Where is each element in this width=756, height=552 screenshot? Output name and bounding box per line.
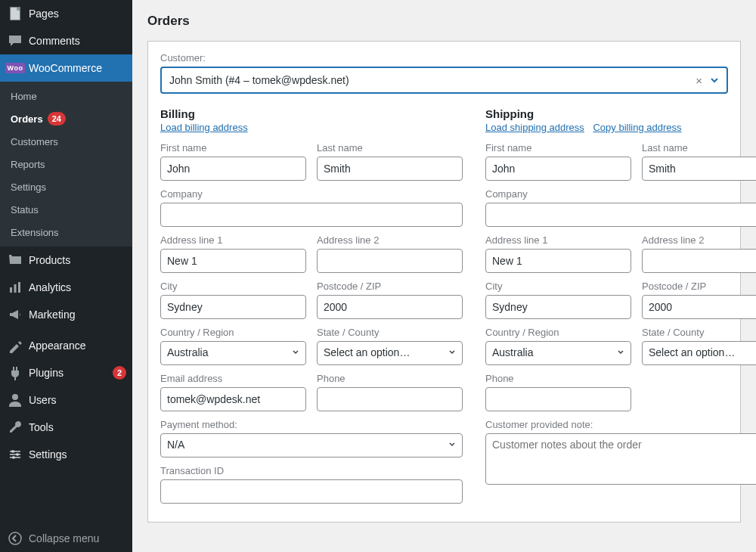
shipping-company-label: Company — [485, 188, 756, 200]
shipping-address1-input[interactable] — [485, 249, 631, 273]
customer-note-label: Customer provided note: — [485, 419, 756, 430]
shipping-first-name-input[interactable] — [485, 157, 631, 181]
sidebar-item-label: Appearance — [29, 340, 126, 352]
customer-label: Customer: — [160, 52, 728, 64]
sidebar-subitem-reports[interactable]: Reports — [0, 153, 132, 175]
address-columns: Billing Load billing address First name … — [160, 107, 728, 511]
shipping-country-label: Country / Region — [485, 327, 631, 338]
main-area: Orders Customer: John Smith (#4 – tomek@… — [132, 0, 756, 552]
svg-point-11 — [12, 456, 15, 459]
billing-first-name-input[interactable] — [160, 157, 306, 181]
plugins-icon — [8, 365, 23, 380]
shipping-address1-label: Address line 1 — [485, 234, 631, 246]
shipping-heading: Shipping — [485, 107, 756, 120]
sidebar-item-wpsettings[interactable]: Settings — [0, 441, 132, 468]
shipping-city-input[interactable] — [485, 295, 631, 319]
page-title: Orders — [147, 14, 741, 29]
sidebar-subitem-customers[interactable]: Customers — [0, 130, 132, 153]
customer-clear-icon[interactable]: × — [691, 74, 707, 87]
sidebar-subitem-extensions[interactable]: Extensions — [0, 221, 132, 243]
shipping-address2-label: Address line 2 — [642, 234, 756, 246]
billing-country-label: Country / Region — [160, 327, 306, 338]
sidebar-item-label: WooCommerce — [29, 62, 126, 74]
shipping-state-select[interactable]: Select an option… — [642, 341, 756, 365]
sidebar-item-marketing[interactable]: Marketing — [0, 301, 132, 328]
sidebar-item-woocommerce[interactable]: WooWooCommerce — [0, 54, 132, 82]
admin-sidebar: PagesCommentsWooWooCommerceHomeOrders24C… — [0, 0, 132, 552]
billing-country-select[interactable]: Australia — [160, 341, 306, 365]
sidebar-subitem-status[interactable]: Status — [0, 198, 132, 221]
billing-address2-label: Address line 2 — [317, 234, 463, 246]
sidebar-item-label: Users — [29, 394, 126, 406]
sidebar-submenu-woocommerce: HomeOrders24CustomersReportsSettingsStat… — [0, 82, 132, 247]
shipping-city-label: City — [485, 281, 631, 292]
billing-phone-input[interactable] — [317, 387, 463, 411]
billing-company-label: Company — [160, 188, 463, 200]
svg-rect-2 — [10, 287, 12, 293]
billing-company-input[interactable] — [160, 203, 463, 227]
customer-note-textarea[interactable] — [485, 433, 756, 485]
svg-point-10 — [16, 453, 19, 456]
billing-heading: Billing — [160, 107, 463, 120]
shipping-postcode-input[interactable] — [642, 295, 756, 319]
pages-icon — [8, 6, 23, 21]
sidebar-item-tools[interactable]: Tools — [0, 414, 132, 441]
update-badge: 2 — [113, 366, 126, 380]
content-scroll[interactable]: Customer: John Smith (#4 – tomek@wpdesk.… — [132, 29, 756, 552]
billing-email-input[interactable] — [160, 387, 306, 411]
shipping-phone-label: Phone — [485, 373, 631, 384]
app-layout: PagesCommentsWooWooCommerceHomeOrders24C… — [0, 0, 756, 552]
transaction-id-label: Transaction ID — [160, 465, 463, 476]
shipping-address2-input[interactable] — [642, 249, 756, 273]
customer-select[interactable]: John Smith (#4 – tomek@wpdesk.net) × — [160, 67, 728, 94]
svg-rect-4 — [18, 282, 20, 293]
sidebar-item-pages[interactable]: Pages — [0, 0, 132, 27]
wpsettings-icon — [8, 447, 23, 462]
sidebar-item-plugins[interactable]: Plugins2 — [0, 359, 132, 386]
billing-email-label: Email address — [160, 373, 306, 384]
sidebar-item-label: Pages — [29, 8, 126, 20]
shipping-first-name-label: First name — [485, 142, 631, 154]
payment-method-select[interactable]: N/A — [160, 433, 463, 457]
sidebar-item-comments[interactable]: Comments — [0, 27, 132, 54]
billing-phone-label: Phone — [317, 373, 463, 384]
appearance-icon — [8, 338, 23, 353]
analytics-icon — [8, 280, 23, 295]
transaction-id-input[interactable] — [160, 479, 463, 504]
billing-postcode-label: Postcode / ZIP — [317, 281, 463, 292]
sidebar-item-appearance[interactable]: Appearance — [0, 332, 132, 359]
sidebar-item-products[interactable]: Products — [0, 247, 132, 274]
billing-address2-input[interactable] — [317, 249, 463, 273]
shipping-country-select[interactable]: Australia — [485, 341, 631, 365]
comment-icon — [8, 33, 23, 48]
shipping-last-name-input[interactable] — [642, 157, 756, 181]
sidebar-item-label: Products — [29, 254, 126, 266]
sidebar-item-label: Analytics — [29, 281, 126, 293]
load-billing-address-link[interactable]: Load billing address — [160, 122, 248, 133]
shipping-company-input[interactable] — [485, 203, 756, 227]
chevron-down-icon[interactable] — [707, 74, 722, 86]
load-shipping-address-link[interactable]: Load shipping address — [485, 122, 584, 133]
sidebar-item-analytics[interactable]: Analytics — [0, 274, 132, 301]
billing-last-name-input[interactable] — [317, 157, 463, 181]
sidebar-item-label: Comments — [29, 35, 126, 47]
svg-rect-1 — [11, 8, 19, 19]
copy-billing-address-link[interactable]: Copy billing address — [593, 122, 681, 133]
sidebar-subitem-home[interactable]: Home — [0, 85, 132, 107]
sidebar-item-label: Collapse menu — [29, 532, 126, 544]
sidebar-subitem-settings[interactable]: Settings — [0, 175, 132, 198]
svg-rect-3 — [14, 284, 17, 293]
billing-city-input[interactable] — [160, 295, 306, 319]
sidebar-item-users[interactable]: Users — [0, 386, 132, 414]
billing-state-label: State / County — [317, 327, 463, 338]
shipping-phone-input[interactable] — [485, 387, 631, 411]
billing-address1-label: Address line 1 — [160, 234, 306, 246]
billing-state-select[interactable]: Select an option… — [317, 341, 463, 365]
billing-postcode-input[interactable] — [317, 295, 463, 319]
shipping-last-name-label: Last name — [642, 142, 756, 154]
billing-address1-input[interactable] — [160, 249, 306, 273]
sidebar-item-collapse[interactable]: Collapse menu — [0, 525, 132, 552]
sidebar-subitem-orders[interactable]: Orders24 — [0, 107, 132, 130]
billing-first-name-label: First name — [160, 142, 306, 154]
billing-city-label: City — [160, 281, 306, 292]
